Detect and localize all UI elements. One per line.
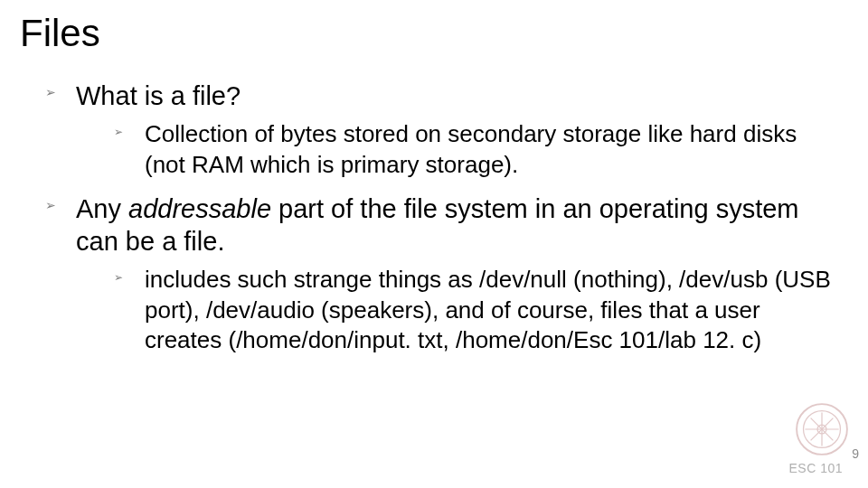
bullet-text: What is a file? bbox=[76, 81, 241, 110]
bullet-list-level2: Collection of bytes stored on secondary … bbox=[76, 119, 843, 180]
bullet-text-emphasis: addressable bbox=[128, 194, 271, 223]
slide: Files What is a file? Collection of byte… bbox=[0, 0, 868, 488]
list-item: includes such strange things as /dev/nul… bbox=[114, 265, 843, 355]
slide-title: Files bbox=[20, 13, 843, 54]
list-item: Collection of bytes stored on secondary … bbox=[114, 119, 843, 180]
institution-seal-icon bbox=[794, 401, 850, 457]
list-item: What is a file? Collection of bytes stor… bbox=[45, 80, 843, 180]
bullet-list-level1: What is a file? Collection of bytes stor… bbox=[20, 80, 843, 355]
list-item: Any addressable part of the file system … bbox=[45, 192, 843, 355]
bullet-text-part: Collection of bytes stored on bbox=[145, 120, 448, 147]
course-code-label: ESC 101 bbox=[788, 461, 843, 475]
bullet-text-emphasis: secondary storage bbox=[448, 120, 641, 147]
bullet-text-part: Any bbox=[76, 194, 128, 223]
page-number: 9 bbox=[852, 446, 859, 461]
bullet-list-level2: includes such strange things as /dev/nul… bbox=[76, 265, 843, 355]
bullet-text: includes such strange things as /dev/nul… bbox=[145, 266, 831, 353]
